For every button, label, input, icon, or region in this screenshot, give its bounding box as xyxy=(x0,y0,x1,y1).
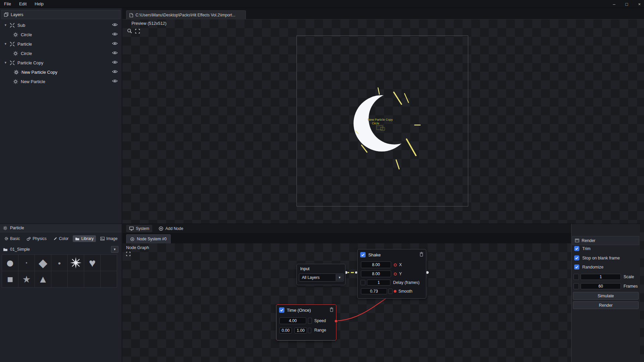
shake-enabled-checkbox[interactable] xyxy=(360,252,366,257)
tab-basic-label: Basic xyxy=(10,236,20,241)
layer-row-new-particle-copy[interactable]: New Particle Copy xyxy=(0,67,122,77)
node-shake[interactable]: Shake 8.00 X 8.00 Y 1 Delay (frames) 0.7… xyxy=(357,249,426,299)
scale-field[interactable]: 1 xyxy=(581,274,621,280)
frames-handle[interactable] xyxy=(574,283,579,289)
shake-delay-field[interactable]: 1 xyxy=(367,280,390,286)
shape-empty[interactable] xyxy=(84,271,101,288)
shape-small-dot[interactable]: ● xyxy=(18,254,35,271)
shape-circle[interactable]: ● xyxy=(2,254,18,271)
layers-header: Layers xyxy=(1,10,120,19)
menu-edit[interactable]: Edit xyxy=(15,1,31,6)
layer-row-sub[interactable]: ▼ Sub xyxy=(0,20,122,30)
shape-diamond[interactable]: ◆ xyxy=(35,254,51,271)
left-panel: Layers ▼ Sub Circle ▼ Particle Circle xyxy=(0,8,122,362)
expand-triangle-icon[interactable]: ▼ xyxy=(4,42,9,46)
shape-burst[interactable] xyxy=(67,254,84,271)
layer-row-new-particle[interactable]: New Particle xyxy=(0,77,122,86)
shape-empty[interactable] xyxy=(100,271,117,288)
shake-smooth-field[interactable]: 0.73 xyxy=(361,288,387,294)
tab-image[interactable]: Image xyxy=(98,235,120,242)
shape-empty[interactable] xyxy=(67,271,84,288)
time-enabled-checkbox[interactable] xyxy=(279,307,284,313)
library-dropdown-button[interactable]: ▼ xyxy=(111,246,118,253)
preview-canvas[interactable]: New Particle Copy Circle xyxy=(297,36,468,206)
layer-row-circle[interactable]: Circle xyxy=(0,30,122,39)
node-input[interactable]: Input All Layers ▼ xyxy=(297,264,345,285)
shape-star[interactable]: ★ xyxy=(18,271,35,288)
menu-help[interactable]: Help xyxy=(31,1,48,6)
shape-empty[interactable] xyxy=(100,254,117,271)
shape-empty[interactable] xyxy=(51,271,68,288)
file-tab[interactable]: C:\Users\Manu\Desktop\Packs\Hit Effects … xyxy=(126,10,246,19)
shake-y-connector[interactable] xyxy=(394,273,397,276)
layer-row-particle-copy[interactable]: ▼ Particle Copy xyxy=(0,58,122,67)
scale-value: 1 xyxy=(600,275,602,279)
preview-title: Preview (512x512) xyxy=(131,21,166,26)
tab-physics[interactable]: Physics xyxy=(24,235,49,242)
tab-node-system-0[interactable]: Node System #0 xyxy=(126,234,171,243)
option-stop-on-blank[interactable]: Stop on blank frame xyxy=(574,255,620,260)
time-range-max-field[interactable]: 1.00 xyxy=(294,327,307,334)
time-speed-field[interactable]: 4.00 xyxy=(279,317,306,324)
dropdown-arrow-button[interactable]: ▼ xyxy=(336,274,343,281)
time-range-handle[interactable] xyxy=(308,328,311,333)
shape-triangle[interactable]: ▲ xyxy=(35,271,51,288)
eye-icon[interactable] xyxy=(112,70,118,73)
input-layers-dropdown[interactable]: All Layers ▼ xyxy=(299,274,344,282)
shake-y-field[interactable]: 8.00 xyxy=(361,270,391,277)
zoom-icon[interactable] xyxy=(127,28,132,34)
preview-area: Preview (512x512) xyxy=(122,19,644,224)
fit-view-icon[interactable] xyxy=(135,29,140,34)
expand-triangle-icon[interactable]: ▼ xyxy=(4,61,9,64)
layer-row-particle[interactable]: ▼ Particle xyxy=(0,39,122,49)
menu-file[interactable]: File xyxy=(0,1,15,6)
eye-icon[interactable] xyxy=(112,60,118,64)
time-range-min-field[interactable]: 0.00 xyxy=(279,327,292,334)
tab-system-label: System xyxy=(136,226,149,231)
node-graph[interactable]: Node Graph Input All Layers ▼ Shake 8.00… xyxy=(122,243,571,362)
time-output-connector[interactable] xyxy=(334,319,338,323)
chevron-down-icon: ▼ xyxy=(338,276,341,279)
shape-square[interactable]: ■ xyxy=(2,271,18,288)
stop-on-blank-label: Stop on blank frame xyxy=(582,256,620,260)
option-trim[interactable]: Trim xyxy=(574,246,591,251)
eye-icon[interactable] xyxy=(112,32,118,36)
eye-icon[interactable] xyxy=(112,79,118,83)
delete-node-icon[interactable] xyxy=(329,307,334,312)
shake-smooth-connector[interactable] xyxy=(394,290,396,293)
tab-system[interactable]: System xyxy=(126,225,152,232)
shake-x-field[interactable]: 8.00 xyxy=(361,261,391,268)
shape-heart[interactable]: ♥ xyxy=(84,254,101,271)
randomize-checkbox[interactable] xyxy=(574,264,579,269)
shake-delay-toggle[interactable] xyxy=(361,280,365,285)
eye-icon[interactable] xyxy=(112,51,118,55)
eye-icon[interactable] xyxy=(112,42,118,45)
stop-on-blank-checkbox[interactable] xyxy=(574,255,579,260)
node-time-once[interactable]: Time (Once) 4.00 Speed 0.00 1.00 Range xyxy=(276,304,336,341)
delete-node-icon[interactable] xyxy=(419,252,424,257)
render-button[interactable]: Render xyxy=(573,301,639,309)
tab-color[interactable]: Color xyxy=(51,235,71,242)
time-speed-handle[interactable] xyxy=(308,318,312,324)
shape-glyph: ◆ xyxy=(39,256,47,269)
maximize-button[interactable]: □ xyxy=(626,2,628,7)
scale-handle[interactable] xyxy=(574,274,579,280)
eye-icon[interactable] xyxy=(112,23,118,26)
layer-row-circle2[interactable]: Circle xyxy=(0,49,122,58)
simulate-button[interactable]: Simulate xyxy=(573,292,639,300)
minimize-button[interactable]: – xyxy=(613,2,615,7)
expand-triangle-icon[interactable]: ▼ xyxy=(4,23,9,27)
close-button[interactable]: × xyxy=(638,2,641,7)
trim-checkbox[interactable] xyxy=(574,246,579,251)
tab-library[interactable]: Library xyxy=(73,235,96,242)
frames-value: 60 xyxy=(598,284,603,289)
render-title: Render xyxy=(582,238,595,243)
shake-smooth-handle[interactable] xyxy=(388,289,392,294)
shake-x-connector[interactable] xyxy=(394,263,397,266)
library-folder-row[interactable]: 01_Simple ▼ xyxy=(1,245,120,253)
tab-add-node[interactable]: Add Node xyxy=(156,225,186,232)
option-randomize[interactable]: Randomize xyxy=(574,264,603,269)
frames-field[interactable]: 60 xyxy=(581,283,621,289)
tab-basic[interactable]: Basic xyxy=(2,235,22,242)
shape-dot[interactable]: ● xyxy=(51,254,68,271)
